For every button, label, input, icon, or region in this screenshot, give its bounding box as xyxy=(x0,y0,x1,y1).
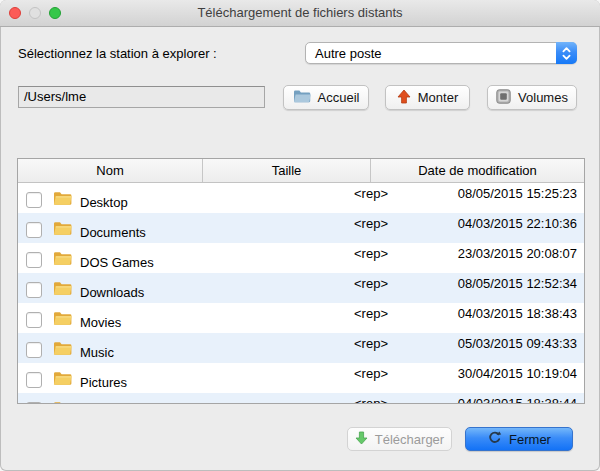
file-name: DOS Games xyxy=(80,255,154,270)
file-size: <rep> xyxy=(354,216,388,231)
file-name: Desktop xyxy=(80,195,128,210)
table-row[interactable]: Music <rep> 05/03/2015 09:43:33 xyxy=(18,333,584,363)
folder-icon xyxy=(53,250,72,270)
file-table: Nom Taille Date de modification Desktop … xyxy=(17,158,585,404)
volumes-button-label: Volumes xyxy=(518,90,568,105)
row-checkbox[interactable] xyxy=(26,192,42,208)
row-checkbox[interactable] xyxy=(26,282,42,298)
file-name: Pictures xyxy=(80,375,127,390)
table-row[interactable]: Pictures <rep> 30/04/2015 10:19:04 xyxy=(18,363,584,393)
folder-icon xyxy=(53,280,72,300)
file-date: 08/05/2015 12:52:34 xyxy=(458,276,577,291)
file-size: <rep> xyxy=(354,276,388,291)
table-row[interactable]: Desktop <rep> 08/05/2015 15:25:23 xyxy=(18,183,584,213)
table-row[interactable]: Downloads <rep> 08/05/2015 12:52:34 xyxy=(18,273,584,303)
file-date: 05/03/2015 09:43:33 xyxy=(458,336,577,351)
download-button[interactable]: Télécharger xyxy=(347,427,452,451)
table-header: Nom Taille Date de modification xyxy=(18,159,584,183)
file-size: <rep> xyxy=(354,336,388,351)
file-size: <rep> xyxy=(354,396,388,403)
station-selected-value: Autre poste xyxy=(315,46,382,61)
row-checkbox[interactable] xyxy=(26,252,42,268)
folder-icon xyxy=(53,340,72,360)
home-button-label: Accueil xyxy=(318,90,360,105)
file-size: <rep> xyxy=(354,306,388,321)
up-button-label: Monter xyxy=(418,90,458,105)
close-button-label: Fermer xyxy=(509,432,551,447)
column-header-size[interactable]: Taille xyxy=(203,159,371,182)
column-header-date[interactable]: Date de modification xyxy=(371,159,584,182)
file-name: Documents xyxy=(80,225,146,240)
file-size: <rep> xyxy=(354,246,388,261)
folder-icon xyxy=(53,310,72,330)
zoom-window-icon[interactable] xyxy=(49,7,61,19)
traffic-lights xyxy=(9,7,61,19)
file-name: Movies xyxy=(80,315,121,330)
drive-icon xyxy=(496,89,511,107)
circular-arrow-icon xyxy=(487,431,502,447)
row-checkbox[interactable] xyxy=(26,372,42,388)
row-checkbox[interactable] xyxy=(26,342,42,358)
folder-icon xyxy=(53,370,72,390)
title-bar: Téléchargement de fichiers distants xyxy=(0,0,600,27)
table-row[interactable]: Documents <rep> 04/03/2015 22:10:36 xyxy=(18,213,584,243)
file-date: 23/03/2015 20:08:07 xyxy=(458,246,577,261)
go-up-button[interactable]: Monter xyxy=(385,85,470,110)
window-title: Téléchargement de fichiers distants xyxy=(0,0,600,26)
current-path-value: /Users/lme xyxy=(19,87,264,107)
file-size: <rep> xyxy=(354,186,388,201)
close-window-icon[interactable] xyxy=(9,7,21,19)
home-folder-icon xyxy=(293,89,311,106)
current-path-field[interactable]: /Users/lme xyxy=(18,86,265,108)
station-label: Sélectionnez la station à explorer : xyxy=(18,46,217,61)
folder-icon xyxy=(53,190,72,210)
file-date: 04/03/2015 18:38:43 xyxy=(458,306,577,321)
column-header-name[interactable]: Nom xyxy=(18,159,203,182)
chevron-up-down-icon xyxy=(556,42,577,64)
volumes-button[interactable]: Volumes xyxy=(487,85,577,110)
minimize-window-icon[interactable] xyxy=(29,7,41,19)
home-button[interactable]: Accueil xyxy=(283,85,369,110)
folder-icon xyxy=(53,220,72,240)
row-checkbox[interactable] xyxy=(26,222,42,238)
file-name: Music xyxy=(80,345,114,360)
dialog-window: Téléchargement de fichiers distants Séle… xyxy=(0,0,600,471)
arrow-up-icon xyxy=(397,89,411,107)
file-date: 04/03/2015 22:10:36 xyxy=(458,216,577,231)
table-row[interactable]: <rep> 04/03/2015 18:38:44 xyxy=(18,393,584,403)
station-select[interactable]: Autre poste xyxy=(305,42,577,64)
file-size: <rep> xyxy=(354,366,388,381)
file-date: 30/04/2015 10:19:04 xyxy=(458,366,577,381)
table-row[interactable]: Movies <rep> 04/03/2015 18:38:43 xyxy=(18,303,584,333)
table-body: Desktop <rep> 08/05/2015 15:25:23 Docume… xyxy=(18,183,584,403)
table-row[interactable]: DOS Games <rep> 23/03/2015 20:08:07 xyxy=(18,243,584,273)
row-checkbox[interactable] xyxy=(26,402,42,403)
close-button[interactable]: Fermer xyxy=(465,427,573,451)
row-checkbox[interactable] xyxy=(26,312,42,328)
file-date: 04/03/2015 18:38:44 xyxy=(458,396,577,403)
folder-icon xyxy=(53,400,72,403)
file-name: Downloads xyxy=(80,285,144,300)
download-button-label: Télécharger xyxy=(375,432,444,447)
file-date: 08/05/2015 15:25:23 xyxy=(458,186,577,201)
arrow-down-icon xyxy=(355,431,368,448)
